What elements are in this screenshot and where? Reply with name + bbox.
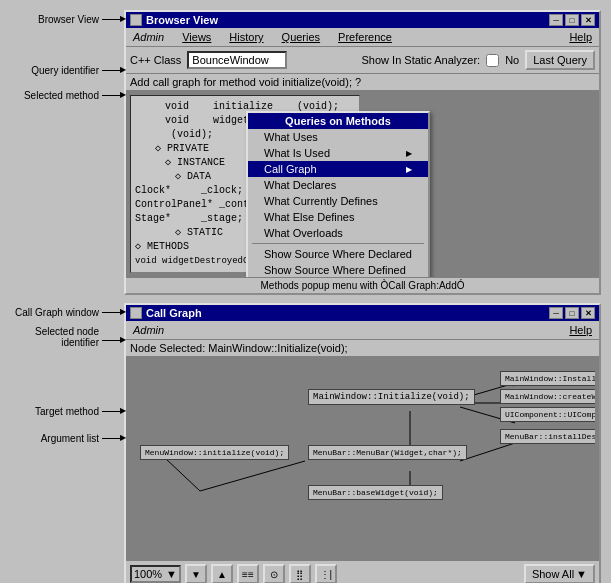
browser-menubar: Admin Views History Queries Preference H… [126, 28, 599, 47]
query-identifier-label: Query identifier [31, 65, 99, 76]
target-method-label: Target method [35, 406, 99, 417]
svg-line-5 [460, 443, 515, 461]
popup-note: Methods popup menu with ÒCall Graph:AddÓ [126, 277, 599, 293]
context-menu-title: Queries on Methods [248, 113, 428, 129]
tool-btn-extra[interactable]: ⋮| [315, 564, 337, 583]
query-identifier-arrow [102, 70, 120, 71]
menu-item-what-is-used[interactable]: What Is Used [248, 145, 428, 161]
selected-method-arrow [102, 95, 120, 96]
node-label-create-work-area: MainWindow::createWorkArea(Widget); [505, 392, 595, 401]
graph-node-menubar-base[interactable]: MenuBar::baseWidget(void); [308, 485, 443, 500]
cg-menu-admin[interactable]: Admin [130, 323, 167, 337]
argument-list-arrow [102, 438, 120, 439]
context-menu-overlay: Queries on Methods What Uses What Is Use… [246, 111, 430, 277]
call-graph-content: MainWindow::Initialize(void); MainWindow… [126, 357, 599, 560]
zoom-dropdown-icon: ▼ [166, 568, 177, 580]
menu-preference[interactable]: Preference [335, 30, 395, 44]
node-label-uicomponent: UIComponent::UIComponent(const [505, 410, 595, 419]
tool-btn-center[interactable]: ⊙ [263, 564, 285, 583]
menu-help[interactable]: Help [566, 30, 595, 44]
menu-item-what-currently-defines[interactable]: What Currently Defines [248, 193, 428, 209]
menu-item-what-declares[interactable]: What Declares [248, 177, 428, 193]
graph-node-menubar[interactable]: MenuBar::MenuBar(Widget,char*); [308, 445, 467, 460]
last-query-button[interactable]: Last Query [525, 50, 595, 70]
window-controls: ─ □ ✕ [549, 14, 595, 26]
node-label-menubar: MenuBar::MenuBar(Widget,char*); [313, 448, 462, 457]
selected-method-label: Selected method [24, 90, 99, 101]
graph-node-install-destroy[interactable]: MainWindow::InstallDestroyHandler(void [500, 371, 595, 386]
query-bar: Add call graph for method void initializ… [126, 74, 599, 91]
maximize-button[interactable]: □ [565, 14, 579, 26]
call-graph-titlebar: Call Graph ─ □ ✕ [126, 305, 599, 321]
node-selected-bar: Node Selected: MainWindow::Initialize(vo… [126, 340, 599, 357]
static-label: Show In Static Analyzer: [362, 54, 481, 66]
graph-node-create-work-area[interactable]: MainWindow::createWorkArea(Widget); [500, 389, 595, 404]
menu-item-show-defined[interactable]: Show Source Where Defined [248, 262, 428, 277]
node-label-main-initialize: MainWindow::Initialize(void); [313, 392, 470, 402]
context-menu: Queries on Methods What Uses What Is Use… [246, 111, 430, 277]
svg-line-9 [200, 461, 305, 491]
cg-title-icon [130, 307, 142, 319]
popup-note-text: Methods popup menu with ÒCall Graph:AddÓ [261, 280, 465, 291]
show-all-button[interactable]: Show All ▼ [524, 564, 595, 583]
argument-list-label: Argument list [41, 433, 99, 444]
cg-menu-help[interactable]: Help [566, 323, 595, 337]
cg-titlebar-title: Call Graph [130, 307, 202, 319]
menu-item-what-uses[interactable]: What Uses [248, 129, 428, 145]
node-label-install-destroy: MainWindow::InstallDestroyHandler(void [505, 374, 595, 383]
selected-node-label: Selected nodeidentifier [35, 326, 99, 348]
tool-btn-up[interactable]: ▲ [211, 564, 233, 583]
call-graph-window: Call Graph ─ □ ✕ Admin Help Node Selecte… [124, 303, 601, 583]
title-icon [130, 14, 142, 26]
menu-item-show-declared[interactable]: Show Source Where Declared [248, 246, 428, 262]
no-label: No [505, 54, 519, 66]
graph-area: MainWindow::Initialize(void); MainWindow… [130, 361, 595, 556]
menu-queries[interactable]: Queries [279, 30, 324, 44]
cg-maximize-button[interactable]: □ [565, 307, 579, 319]
menu-separator-1 [252, 243, 424, 244]
menu-views[interactable]: Views [179, 30, 214, 44]
menu-item-what-overloads[interactable]: What Overloads [248, 225, 428, 241]
browser-view-left-labels: Browser View Query identifier Selected m… [10, 10, 120, 101]
static-checkbox[interactable] [486, 54, 499, 67]
class-input[interactable] [187, 51, 287, 69]
target-method-arrow [102, 411, 120, 412]
browser-view-section: Browser View Query identifier Selected m… [10, 10, 601, 295]
tool-btn-down[interactable]: ▼ [185, 564, 207, 583]
main-container: Browser View Query identifier Selected m… [10, 10, 601, 583]
browser-view-arrow [102, 19, 120, 20]
minimize-button[interactable]: ─ [549, 14, 563, 26]
menu-history[interactable]: History [226, 30, 266, 44]
graph-node-uicomponent[interactable]: UIComponent::UIComponent(const [500, 407, 595, 422]
cg-close-button[interactable]: ✕ [581, 307, 595, 319]
tool-btn-layout[interactable]: ⣿ [289, 564, 311, 583]
browser-view-titlebar: Browser View ─ □ ✕ [126, 12, 599, 28]
close-button[interactable]: ✕ [581, 14, 595, 26]
zoom-label: 100% [134, 568, 164, 580]
tool-btn-fit[interactable]: ≡≡ [237, 564, 259, 583]
node-label-menuwindow: MenuWindow::initialize(void); [145, 448, 284, 457]
menu-admin[interactable]: Admin [130, 30, 167, 44]
graph-node-main-initialize[interactable]: MainWindow::Initialize(void); [308, 389, 475, 405]
cg-menubar: Admin Help [126, 321, 599, 340]
call-graph-window-arrow [102, 312, 120, 313]
browser-toolbar: C++ Class Show In Static Analyzer: No La… [126, 47, 599, 74]
graph-node-menuwindow[interactable]: MenuWindow::initialize(void); [140, 445, 289, 460]
cg-window-controls: ─ □ ✕ [549, 307, 595, 319]
selected-node-arrow [102, 340, 120, 341]
menu-item-call-graph[interactable]: Call Graph [248, 161, 428, 177]
show-all-label: Show All [532, 568, 574, 580]
call-graph-section: Call Graph window Selected nodeidentifie… [10, 303, 601, 583]
cg-minimize-button[interactable]: ─ [549, 307, 563, 319]
zoom-control: 100% ▼ [130, 565, 181, 583]
call-graph-title: Call Graph [146, 307, 202, 319]
graph-node-menubar-install[interactable]: MenuBar::installDestroyHandler(vo [500, 429, 595, 444]
bottom-left-tools: 100% ▼ ▼ ▲ ≡≡ ⊙ ⣿ ⋮| [130, 564, 337, 583]
show-all-arrow-icon: ▼ [576, 568, 587, 580]
menu-item-what-else-defines[interactable]: What Else Defines [248, 209, 428, 225]
class-label: C++ Class [130, 54, 181, 66]
query-text: Add call graph for method void initializ… [130, 76, 361, 88]
browser-content-area: void initialize (void); void widgetDestr… [126, 91, 599, 277]
bottom-toolbar: 100% ▼ ▼ ▲ ≡≡ ⊙ ⣿ ⋮| Show All ▼ [126, 560, 599, 583]
call-graph-left-labels: Call Graph window Selected nodeidentifie… [10, 303, 120, 444]
